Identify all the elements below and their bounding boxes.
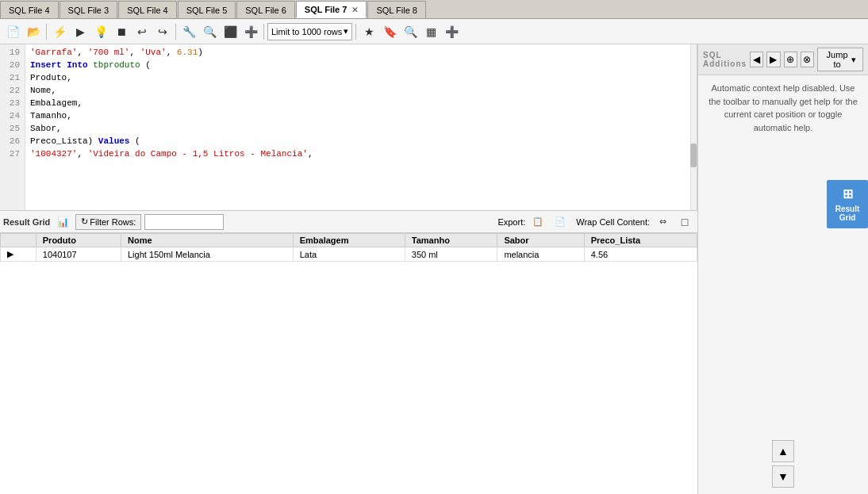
editor-scrollbar[interactable] xyxy=(690,44,697,210)
divider-4 xyxy=(355,24,356,40)
tab-sql-file-3[interactable]: SQL File 3 xyxy=(60,1,118,18)
result-grid-label: Result Grid xyxy=(3,217,50,227)
tab-sql-file-6[interactable]: SQL File 6 xyxy=(236,1,295,18)
tab-sql-file-8[interactable]: SQL File 8 xyxy=(367,1,426,18)
nav-prev-btn[interactable]: ◀ xyxy=(750,52,763,67)
add-button[interactable]: ➕ xyxy=(241,22,260,41)
editor-pane: 19 20 21 22 23 24 25 26 27 'Garrafa', '7… xyxy=(0,44,697,494)
result-toolbar: Result Grid 📊 ↻ Filter Rows: Export: 📋 📄… xyxy=(0,211,697,233)
cell-nome: Light 150ml Melancia xyxy=(121,247,293,262)
col-nome[interactable]: Nome xyxy=(121,234,293,247)
col-sabor[interactable]: Sabor xyxy=(497,234,584,247)
editor-scrollbar-thumb xyxy=(690,144,697,167)
col-arrow xyxy=(1,234,36,247)
filter-rows-btn[interactable]: ↻ Filter Rows: xyxy=(75,214,141,230)
jump-to-button[interactable]: Jump to ▾ xyxy=(817,48,863,71)
divider-1 xyxy=(46,24,47,40)
tab-sql-file-5[interactable]: SQL File 5 xyxy=(178,1,236,18)
find-button[interactable]: 🔍 xyxy=(200,22,219,41)
result-grid-panel[interactable]: ⊞ Result Grid xyxy=(827,180,868,228)
chevron-down-icon: ▾ xyxy=(344,26,348,36)
search2-button[interactable]: 🔍 xyxy=(401,22,420,41)
nav-next-btn[interactable]: ▶ xyxy=(766,52,780,67)
execute-button[interactable]: ⚡ xyxy=(50,22,69,41)
result-table: Produto Nome Embalagem Tamanho Sabor Pre… xyxy=(0,233,697,262)
result-grid-chart-btn[interactable]: 📊 xyxy=(53,213,72,232)
scroll-up-btn[interactable]: ▲ xyxy=(772,440,794,462)
code-editor[interactable]: 19 20 21 22 23 24 25 26 27 'Garrafa', '7… xyxy=(0,44,697,211)
close-tab-icon[interactable]: ✕ xyxy=(351,6,358,14)
sa-icon1-btn[interactable]: ⊕ xyxy=(784,52,797,67)
redo-button[interactable]: ↪ xyxy=(153,22,172,41)
open-file-button[interactable]: 📂 xyxy=(24,22,43,41)
tab-sql-file-4b[interactable]: SQL File 4 xyxy=(118,1,177,18)
refresh-icon: ↻ xyxy=(81,216,88,227)
scroll-down-btn[interactable]: ▼ xyxy=(772,465,794,488)
stop-button[interactable]: ⏹ xyxy=(112,22,131,41)
tab-sql-file-4a[interactable]: SQL File 4 xyxy=(0,1,59,18)
export-btn[interactable]: 📋 xyxy=(528,213,547,232)
main-toolbar: 📄 📂 ⚡ ▶ 💡 ⏹ ↩ ↪ 🔧 🔍 ⬛ ➕ Limit to 1000 ro… xyxy=(0,19,868,44)
layout-button[interactable]: ▦ xyxy=(421,22,440,41)
explain-button[interactable]: 💡 xyxy=(91,22,110,41)
sql-additions-panel: SQL Additions ◀ ▶ ⊕ ⊗ Jump to ▾ Automati… xyxy=(697,44,868,494)
tab-sql-file-7[interactable]: SQL File 7 ✕ xyxy=(296,1,367,18)
cell-preco: 4.56 xyxy=(584,247,697,262)
col-tamanho[interactable]: Tamanho xyxy=(405,234,497,247)
wrap-btn[interactable]: ⇔ xyxy=(653,213,672,232)
undo-button[interactable]: ↩ xyxy=(133,22,152,41)
execute-selection-button[interactable]: ▶ xyxy=(71,22,90,41)
star-button[interactable]: ★ xyxy=(359,22,378,41)
divider-2 xyxy=(175,24,176,40)
chevron-down-icon: ▾ xyxy=(851,55,856,65)
collapse-btn[interactable]: □ xyxy=(675,213,694,232)
col-embalagem[interactable]: Embalagem xyxy=(293,234,405,247)
code-content[interactable]: 'Garrafa', '700 ml', 'Uva', 6.31) Insert… xyxy=(25,44,697,210)
col-preco[interactable]: Preco_Lista xyxy=(584,234,697,247)
result-area: Result Grid 📊 ↻ Filter Rows: Export: 📋 📄… xyxy=(0,211,697,494)
line-numbers: 19 20 21 22 23 24 25 26 27 xyxy=(0,44,25,210)
cell-sabor: melancia xyxy=(497,247,584,262)
main-container: 19 20 21 22 23 24 25 26 27 'Garrafa', '7… xyxy=(0,44,868,494)
limit-select[interactable]: Limit to 1000 rows ▾ xyxy=(267,23,352,40)
sql-additions-header: SQL Additions ◀ ▶ ⊕ ⊗ Jump to ▾ xyxy=(698,44,868,75)
col-produto[interactable]: Produto xyxy=(36,234,121,247)
sa-icon2-btn[interactable]: ⊗ xyxy=(801,52,814,67)
new-file-button[interactable]: 📄 xyxy=(3,22,22,41)
bookmark-button[interactable]: 🔖 xyxy=(380,22,399,41)
divider-3 xyxy=(263,24,264,40)
cell-tamanho: 350 ml xyxy=(405,247,497,262)
cell-produto: 1040107 xyxy=(36,247,121,262)
filter-input[interactable] xyxy=(144,214,224,230)
tabs-bar: SQL File 4 SQL File 3 SQL File 4 SQL Fil… xyxy=(0,0,868,19)
table-row[interactable]: ▶ 1040107 Light 150ml Melancia Lata 350 … xyxy=(1,247,697,262)
row-arrow: ▶ xyxy=(1,247,36,262)
plus-button[interactable]: ➕ xyxy=(442,22,461,41)
export2-btn[interactable]: 📄 xyxy=(551,213,570,232)
format-button[interactable]: 🔧 xyxy=(179,22,198,41)
toggle-button[interactable]: ⬛ xyxy=(221,22,240,41)
data-table-wrapper[interactable]: Produto Nome Embalagem Tamanho Sabor Pre… xyxy=(0,233,697,494)
cell-embalagem: Lata xyxy=(293,247,405,262)
